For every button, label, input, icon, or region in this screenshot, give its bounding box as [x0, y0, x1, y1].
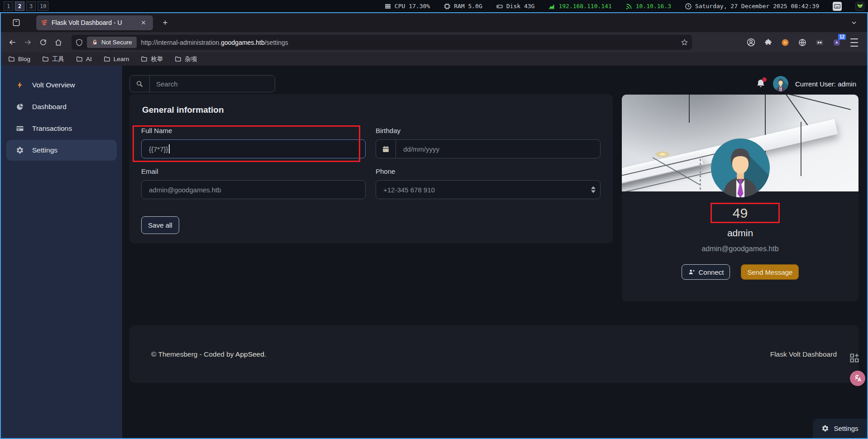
bolt-icon: [15, 81, 24, 90]
browser-tab-active[interactable]: Flask Volt Dashboard - U: [36, 15, 153, 30]
account-icon[interactable]: [744, 36, 758, 49]
general-information-card: General information Full Name {{7*7}} Bi…: [129, 94, 613, 243]
sidebar-item-settings[interactable]: Settings: [6, 140, 117, 161]
url-text[interactable]: http://internal-administration.goodgames…: [141, 39, 681, 46]
cpu-icon: [384, 3, 391, 10]
folder-icon: [175, 56, 181, 62]
navigation-toolbar: Not Secure http://internal-administratio…: [1, 32, 867, 52]
workspace-1[interactable]: 1: [4, 1, 13, 11]
url-bar[interactable]: Not Secure http://internal-administratio…: [72, 35, 692, 50]
text-caret: [169, 144, 170, 153]
send-message-button[interactable]: Send Message: [741, 264, 799, 280]
notification-dot: [762, 77, 767, 82]
workspace-10[interactable]: 10: [38, 1, 48, 11]
disk-indicator: Disk 43G: [496, 3, 535, 10]
bookmark-folder-enum[interactable]: 枚举: [141, 55, 163, 63]
email-label: Email: [141, 167, 158, 175]
sidebar-item-dashboard[interactable]: Dashboard: [6, 96, 117, 117]
profile-card: 49 admin admin@goodgames.htb Connect Sen…: [622, 95, 858, 301]
calendar-icon: [376, 140, 396, 158]
firefox-view-icon[interactable]: [9, 15, 24, 30]
full-name-input[interactable]: {{7*7}}: [141, 139, 366, 158]
extension-mask-icon[interactable]: [813, 36, 826, 49]
profile-email: admin@goodgames.htb: [622, 245, 858, 253]
keyboard-tray-icon[interactable]: [833, 2, 842, 11]
birthday-input[interactable]: [396, 145, 600, 153]
bookmark-star-icon[interactable]: [681, 38, 688, 46]
extension-with-badge-icon[interactable]: 12: [830, 36, 844, 49]
workspace-3[interactable]: 3: [26, 1, 36, 11]
home-icon[interactable]: [51, 35, 66, 50]
ssti-result-value: 49: [622, 205, 858, 221]
folder-icon: [76, 56, 83, 62]
gear-icon: [15, 146, 24, 155]
profile-avatar: [711, 138, 770, 197]
settings-corner-button[interactable]: Settings: [813, 419, 867, 438]
card-title: General information: [142, 105, 224, 115]
extension-orange-icon[interactable]: [778, 36, 792, 49]
ram-icon: [444, 3, 451, 10]
bookmark-folder-blog[interactable]: Blog: [8, 56, 30, 62]
cpu-indicator: CPU 17.30%: [384, 3, 430, 10]
birthday-label: Birthday: [376, 127, 401, 134]
full-name-label: Full Name: [141, 127, 172, 134]
connect-button[interactable]: Connect: [682, 264, 730, 280]
rss-icon: [625, 3, 633, 10]
folder-icon: [104, 56, 110, 62]
search-input[interactable]: [150, 80, 275, 88]
lan-ip-indicator: 192.168.110.141: [548, 3, 611, 10]
cat-tray-icon[interactable]: [855, 2, 864, 11]
gear-icon: [821, 425, 829, 432]
bookmark-folder-learn[interactable]: Learn: [104, 56, 129, 62]
current-user-label: Current User: admin: [795, 80, 856, 88]
clock-icon: [685, 3, 692, 10]
new-tab-button[interactable]: [159, 17, 171, 29]
shield-icon[interactable]: [75, 38, 83, 47]
widgets-grid-icon[interactable]: [849, 353, 860, 363]
page-content: Volt Overview Dashboard Transactions: [1, 66, 867, 438]
save-all-button[interactable]: Save all: [141, 216, 179, 234]
bookmark-folder-tools[interactable]: 工具: [42, 55, 64, 63]
workspace-2-active[interactable]: 2: [15, 1, 24, 11]
search-box[interactable]: [129, 75, 275, 92]
birthday-input-group[interactable]: [376, 139, 601, 158]
tab-title: Flask Volt Dashboard - U: [52, 19, 138, 26]
forward-icon[interactable]: [20, 35, 35, 50]
menu-hamburger-icon[interactable]: [847, 36, 861, 49]
extensions-puzzle-icon[interactable]: [761, 36, 775, 49]
extension-globe-icon[interactable]: [796, 36, 809, 49]
search-icon: [130, 76, 150, 92]
sidebar-item-volt-overview[interactable]: Volt Overview: [6, 75, 117, 95]
user-avatar[interactable]: [773, 76, 788, 91]
not-secure-badge[interactable]: Not Secure: [87, 37, 137, 48]
system-status-bar: 1 2 3 10 CPU 17.30% RAM 5.0G Disk 43G 19…: [0, 0, 868, 12]
phone-input[interactable]: [376, 186, 600, 194]
footer-copyright: © Themesberg - Coded by AppSeed.: [151, 350, 266, 358]
bookmark-folder-ai[interactable]: AI: [76, 56, 92, 62]
folder-icon: [141, 56, 148, 62]
appseed-link[interactable]: AppSeed.: [235, 350, 266, 358]
reload-icon[interactable]: [35, 35, 51, 50]
phone-input-wrap[interactable]: [376, 180, 601, 199]
translate-extension-icon[interactable]: [850, 371, 865, 386]
sidebar-item-transactions[interactable]: Transactions: [6, 118, 117, 139]
screen: 1 2 3 10 CPU 17.30% RAM 5.0G Disk 43G 19…: [0, 0, 868, 439]
email-input-wrap[interactable]: [141, 180, 366, 199]
email-input[interactable]: [142, 186, 365, 194]
number-spinner[interactable]: [591, 186, 596, 193]
list-all-tabs-icon[interactable]: [848, 17, 860, 29]
insecure-lock-icon: [91, 39, 98, 46]
main-area: Current User: admin General information …: [122, 66, 867, 438]
bookmarks-bar: Blog 工具 AI Learn 枚举 杂项: [1, 52, 867, 66]
disk-icon: [496, 3, 503, 10]
browser-window: Flask Volt Dashboard - U: [0, 12, 868, 439]
person-plus-icon: [688, 268, 695, 276]
tab-close-icon[interactable]: [138, 17, 149, 29]
notifications-bell-icon[interactable]: [755, 78, 766, 89]
back-icon[interactable]: [5, 35, 20, 50]
volt-logo-icon: [41, 19, 48, 26]
bookmark-folder-misc[interactable]: 杂项: [175, 55, 197, 63]
sidebar: Volt Overview Dashboard Transactions: [1, 66, 122, 438]
credit-card-icon: [15, 124, 24, 133]
extension-count-badge: 12: [838, 34, 846, 40]
